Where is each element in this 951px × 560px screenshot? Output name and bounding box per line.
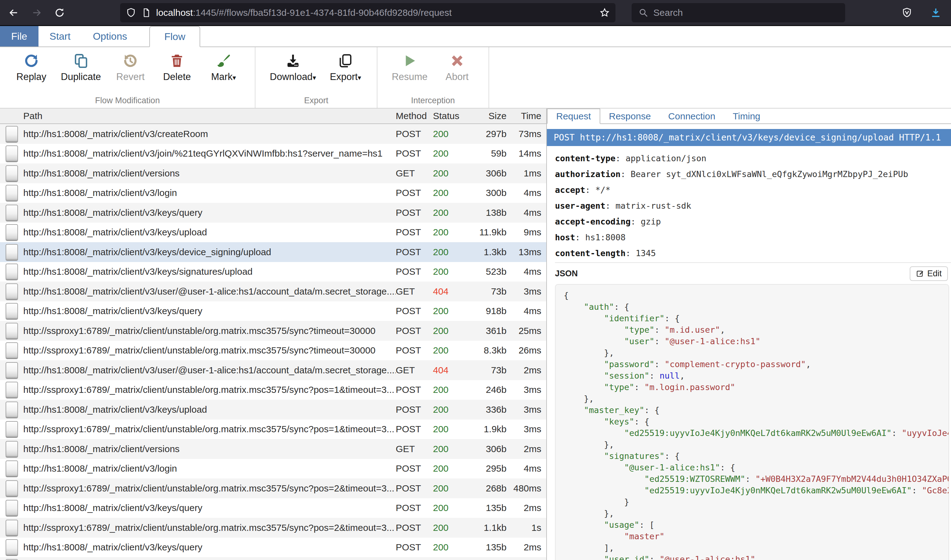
toolbar-button-label: Resume [392,71,428,83]
request-detail: POST http://hs1:8008/_matrix/client/v3/k… [547,124,951,560]
table-row[interactable]: http://ssproxy1:6789/_matrix/client/unst… [0,341,546,361]
column-header-path[interactable]: Path [23,111,396,121]
flow-status: 200 [433,148,466,159]
extension-shield-icon[interactable] [902,7,912,18]
flow-time: 4ms [509,266,546,277]
column-header-time[interactable]: Time [509,111,546,121]
detail-tab-response[interactable]: Response [600,109,659,124]
flow-path: http://ssproxy1:6789/_matrix/client/unst… [23,326,396,336]
column-header-method[interactable]: Method [396,111,433,121]
menu-options[interactable]: Options [82,26,138,46]
flow-method: POST [396,247,433,257]
flow-time: 1ms [509,168,546,178]
table-row[interactable]: http://ssproxy1:6789/_matrix/client/unst… [0,518,546,538]
table-row[interactable]: http://hs1:8008/_matrix/client/v3/loginP… [0,183,546,203]
table-row[interactable]: http://ssproxy1:6789/_matrix/client/unst… [0,420,546,439]
table-row[interactable]: http://hs1:8008/_matrix/client/versionsG… [0,439,546,459]
flow-size: 268b [466,483,509,494]
table-row[interactable]: http://ssproxy1:6789/_matrix/client/unst… [0,478,546,498]
delete-button[interactable]: Delete [160,52,194,83]
flow-time: 4ms [509,463,546,474]
header-row: accept-encoding: gzip [555,214,951,229]
flow-time: 2ms [509,503,546,513]
resource-doc-icon [6,500,18,516]
table-row[interactable]: http://hs1:8008/_matrix/client/v3/keys/u… [0,400,546,420]
resource-doc-icon [6,441,18,457]
column-header-status[interactable]: Status [433,111,466,121]
table-row[interactable]: http://hs1:8008/_matrix/client/v3/loginP… [0,459,546,479]
table-row[interactable]: http://hs1:8008/_matrix/client/v3/user/@… [0,282,546,302]
flow-status: 200 [433,385,466,395]
table-row[interactable]: http://hs1:8008/_matrix/client/v3/create… [0,124,546,144]
json-line: }, [563,439,948,450]
downloads-icon[interactable] [930,7,942,18]
detail-tab-connection[interactable]: Connection [659,109,724,124]
header-name: accept [555,185,585,195]
table-row[interactable]: http://hs1:8008/_matrix/client/v3/keys/s… [0,262,546,282]
resource-doc-icon [6,205,18,221]
json-line: "user": "@user-1-alice:hs1" [563,335,948,347]
reload-icon[interactable] [50,3,69,22]
edit-button[interactable]: Edit [910,266,948,281]
header-row: host: hs1:8008 [555,229,951,245]
flow-status: 200 [433,463,466,474]
table-row[interactable] [0,557,546,560]
export-button[interactable]: Export▾ [328,52,363,83]
flow-time: 14ms [509,148,546,159]
toolbar-button-label: Replay [17,71,46,83]
resume-button[interactable]: Resume [392,52,428,83]
table-row[interactable]: http://hs1:8008/_matrix/client/v3/join/%… [0,144,546,164]
search-icon [638,8,648,18]
resource-doc-icon [6,126,18,142]
json-line: { [563,289,948,301]
abort-button[interactable]: Abort [440,52,474,83]
menu-file[interactable]: File [0,26,39,46]
flow-path: http://ssproxy1:6789/_matrix/client/unst… [23,424,396,434]
table-row[interactable]: http://hs1:8008/_matrix/client/versionsG… [0,163,546,183]
flow-time: 2ms [509,542,546,552]
detail-tab-timing[interactable]: Timing [724,109,769,124]
page-icon[interactable] [141,8,151,18]
back-icon[interactable] [5,3,23,22]
json-line: "signatures": { [563,450,948,462]
tab-flow[interactable]: Flow [149,26,200,47]
forward-icon[interactable] [27,3,46,22]
json-line: }, [563,393,948,405]
flow-method: POST [396,188,433,198]
table-row[interactable]: http://hs1:8008/_matrix/client/v3/keys/q… [0,538,546,557]
table-row[interactable]: http://hs1:8008/_matrix/client/v3/keys/q… [0,498,546,518]
flow-path: http://hs1:8008/_matrix/client/v3/keys/d… [23,247,396,257]
toolbar-group-flow-modification: ReplayDuplicateRevertDeleteMark▾Flow Mod… [0,47,255,108]
revert-button[interactable]: Revert [113,52,147,83]
table-row[interactable]: http://hs1:8008/_matrix/client/v3/user/@… [0,360,546,380]
request-headers: content-type: application/jsonauthorizat… [555,151,951,261]
flow-path: http://ssproxy1:6789/_matrix/client/unst… [23,385,396,395]
mitmweb-window: localhost:1445/#/flows/fba5f13d-91e1-437… [0,0,951,560]
table-row[interactable]: http://hs1:8008/_matrix/client/v3/keys/q… [0,203,546,223]
flow-path: http://hs1:8008/_matrix/client/versions [23,168,396,178]
flow-status: 200 [433,483,466,494]
column-header-size[interactable]: Size [466,111,509,121]
detail-tab-request[interactable]: Request [547,109,600,124]
toolbar-button-label: Mark▾ [211,71,236,83]
shield-icon[interactable] [126,8,136,18]
bookmark-star-icon[interactable] [599,8,610,18]
resource-doc-icon [6,224,18,240]
flow-table-header: Path Method Status Size Time [0,109,546,124]
table-row[interactable]: http://hs1:8008/_matrix/client/v3/keys/d… [0,242,546,262]
replay-button[interactable]: Replay [14,52,48,83]
browser-search-input[interactable]: Search [631,3,845,22]
flow-time: 3ms [509,405,546,415]
menu-start[interactable]: Start [39,26,82,46]
table-row[interactable]: http://hs1:8008/_matrix/client/v3/keys/u… [0,223,546,243]
url-bar[interactable]: localhost:1445/#/flows/fba5f13d-91e1-437… [120,3,616,22]
flow-size: 1.1kb [466,523,509,533]
flow-path: http://hs1:8008/_matrix/client/v3/login [23,463,396,474]
download-button[interactable]: Download▾ [270,52,316,83]
mark-button[interactable]: Mark▾ [206,52,241,83]
table-row[interactable]: http://ssproxy1:6789/_matrix/client/unst… [0,380,546,400]
table-row[interactable]: http://ssproxy1:6789/_matrix/client/unst… [0,321,546,341]
duplicate-button[interactable]: Duplicate [61,52,101,83]
table-row[interactable]: http://hs1:8008/_matrix/client/v3/keys/q… [0,302,546,321]
header-row: content-type: application/json [555,151,951,166]
